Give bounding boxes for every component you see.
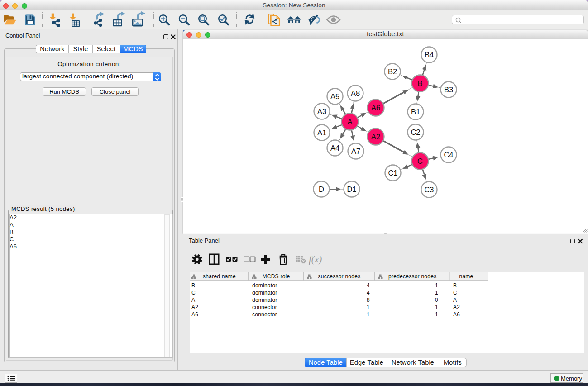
svg-text:B2: B2	[388, 67, 397, 76]
svg-text:A4: A4	[330, 144, 339, 152]
svg-text:A8: A8	[351, 89, 360, 97]
svg-text:B: B	[417, 79, 422, 87]
svg-text:C4: C4	[444, 151, 453, 159]
svg-text:B3: B3	[444, 86, 453, 94]
svg-text:A7: A7	[351, 147, 360, 155]
svg-text:B4: B4	[425, 51, 434, 59]
svg-text:C: C	[417, 157, 423, 165]
svg-text:A5: A5	[330, 92, 339, 100]
svg-text:C3: C3	[424, 186, 434, 194]
svg-text:D: D	[319, 185, 324, 193]
svg-text:C1: C1	[388, 169, 397, 177]
svg-text:A: A	[347, 118, 352, 126]
svg-text:A6: A6	[371, 104, 380, 112]
svg-text:A1: A1	[317, 129, 326, 137]
svg-text:D1: D1	[347, 185, 356, 193]
svg-text:A2: A2	[371, 133, 380, 141]
svg-text:A3: A3	[317, 107, 326, 115]
svg-text:B1: B1	[411, 108, 420, 116]
svg-text:f(x): f(x)	[309, 254, 322, 265]
svg-text:C2: C2	[411, 128, 420, 136]
